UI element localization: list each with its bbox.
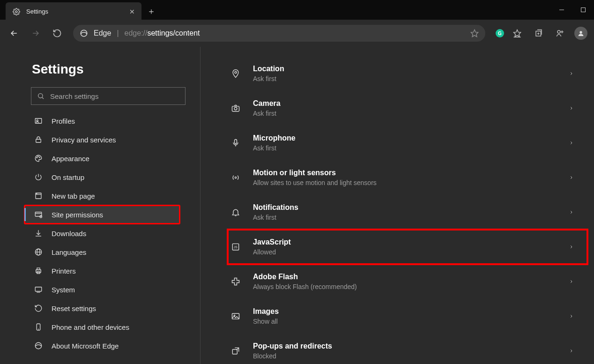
grammarly-extension-icon[interactable]: G (496, 29, 504, 37)
chevron-right-icon (569, 313, 573, 319)
sidebar-item-label: Site permissions (52, 211, 103, 219)
svg-point-0 (15, 11, 17, 13)
sidebar-item-label: Appearance (52, 155, 89, 163)
sidebar-item-site-permissions[interactable]: Site permissions (24, 205, 180, 224)
minimize-button[interactable] (551, 0, 572, 20)
permission-javascript[interactable]: JSJavaScriptAllowed (228, 230, 587, 264)
browser-tab[interactable]: Settings ✕ (6, 2, 141, 20)
permission-title: Pop-ups and redirects (253, 342, 332, 350)
svg-point-21 (39, 157, 40, 158)
sidebar-item-about-microsoft-edge[interactable]: About Microsoft Edge (24, 336, 180, 355)
favorite-star-icon[interactable] (470, 29, 479, 37)
permission-title: Adobe Flash (253, 273, 357, 281)
main-panel: LocationAsk firstCameraAsk firstMicropho… (200, 47, 594, 364)
edge-icon (34, 341, 43, 350)
sidebar-item-new-tab-page[interactable]: New tab page (24, 186, 180, 205)
search-icon (37, 92, 45, 100)
forward-button[interactable] (25, 23, 46, 44)
window-controls (551, 0, 594, 20)
person-icon[interactable] (550, 23, 571, 44)
reset-icon (34, 304, 43, 313)
sidebar-item-label: Privacy and services (52, 136, 116, 144)
chevron-right-icon (569, 348, 573, 354)
sidebar-item-reset-settings[interactable]: Reset settings (24, 299, 180, 318)
svg-point-19 (37, 157, 37, 158)
permission-title: Camera (253, 99, 281, 108)
sidebar-item-label: Printers (52, 267, 76, 275)
sidebar: Settings Search settings ProfilesPrivacy… (0, 47, 200, 364)
address-brand: Edge (94, 29, 111, 37)
sidebar-item-phone-and-other-devices[interactable]: Phone and other devices (24, 318, 180, 336)
permission-microphone[interactable]: MicrophoneAsk first (228, 126, 587, 160)
microphone-icon (230, 138, 241, 148)
svg-marker-5 (514, 30, 521, 37)
profile-avatar[interactable] (574, 27, 587, 40)
svg-point-24 (37, 193, 37, 194)
svg-point-13 (579, 31, 582, 33)
permission-title: Microphone (253, 134, 296, 142)
sidebar-item-system[interactable]: System (24, 280, 180, 299)
address-url: edge://settings/content (125, 29, 200, 37)
permission-subtitle: Ask first (253, 214, 298, 221)
permission-subtitle: Ask first (253, 144, 296, 152)
address-bar[interactable]: Edge | edge://settings/content (73, 25, 485, 42)
sidebar-item-printers[interactable]: Printers (24, 261, 180, 280)
close-tab-button[interactable]: ✕ (129, 8, 135, 15)
permission-pop-ups-and-redirects[interactable]: Pop-ups and redirectsBlocked (228, 334, 587, 364)
permission-motion-or-light-sensors[interactable]: Motion or light sensorsAllow sites to us… (228, 160, 587, 195)
gear-icon (12, 7, 21, 16)
svg-rect-43 (235, 140, 237, 144)
refresh-button[interactable] (47, 23, 67, 44)
back-button[interactable] (4, 23, 24, 44)
svg-rect-32 (36, 270, 41, 273)
favorites-button[interactable] (507, 23, 527, 44)
permission-camera[interactable]: CameraAsk first (228, 91, 587, 126)
globe-icon (34, 247, 43, 257)
svg-point-10 (557, 30, 560, 33)
svg-point-45 (235, 177, 236, 178)
maximize-button[interactable] (572, 0, 594, 20)
chevron-right-icon (569, 278, 573, 285)
sidebar-item-appearance[interactable]: Appearance (24, 149, 180, 168)
sidebar-item-label: Languages (52, 248, 86, 256)
chevron-right-icon (569, 174, 573, 181)
sidebar-item-downloads[interactable]: Downloads (24, 224, 180, 243)
toolbar: Edge | edge://settings/content G (0, 20, 594, 47)
svg-rect-2 (581, 8, 586, 12)
sidebar-item-label: New tab page (52, 192, 95, 200)
permission-adobe-flash[interactable]: Adobe FlashAlways block Flash (recommend… (228, 264, 587, 299)
svg-point-20 (38, 156, 39, 157)
page-icon (34, 191, 43, 201)
sidebar-item-profiles[interactable]: Profiles (24, 111, 180, 130)
sidebar-item-languages[interactable]: Languages (24, 243, 180, 261)
chevron-right-icon (569, 105, 573, 111)
permission-title: Notifications (253, 203, 298, 212)
permission-location[interactable]: LocationAsk first (228, 56, 587, 91)
images-icon (230, 311, 241, 321)
edge-logo-icon (80, 29, 88, 37)
search-settings-input[interactable]: Search settings (31, 87, 186, 105)
permission-images[interactable]: ImagesShow all (228, 299, 587, 334)
svg-rect-35 (35, 287, 42, 291)
camera-icon (230, 103, 241, 113)
bell-icon (230, 207, 241, 217)
permission-subtitle: Show all (253, 318, 279, 325)
permission-subtitle: Blocked (253, 352, 332, 360)
palette-icon (34, 154, 43, 163)
svg-point-27 (40, 215, 42, 218)
sidebar-item-privacy-and-services[interactable]: Privacy and services (24, 130, 180, 149)
tab-title: Settings (26, 8, 48, 15)
new-tab-button[interactable]: ＋ (141, 2, 161, 20)
motion-icon (230, 172, 241, 183)
lock-icon (34, 135, 43, 144)
sidebar-item-label: Phone and other devices (52, 323, 129, 331)
sidebar-item-on-startup[interactable]: On startup (24, 168, 180, 186)
permission-title: JavaScript (253, 238, 291, 246)
permission-notifications[interactable]: NotificationsAsk first (228, 195, 587, 230)
collections-button[interactable] (528, 23, 549, 44)
address-separator: | (117, 29, 119, 37)
chevron-right-icon (569, 140, 573, 146)
permission-title: Location (253, 65, 284, 73)
permission-subtitle: Ask first (253, 75, 284, 82)
permission-title: Motion or light sensors (253, 169, 377, 177)
